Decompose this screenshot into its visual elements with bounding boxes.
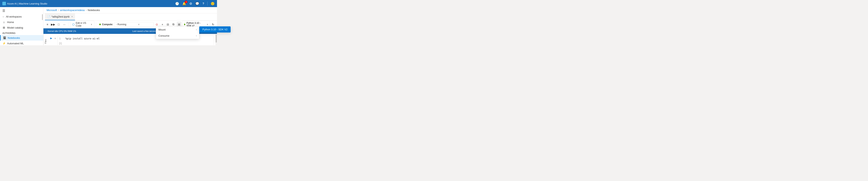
model-catalog-icon: ⊞ xyxy=(2,26,5,29)
notification-badge: 3 xyxy=(185,1,187,3)
sidebar-item-notebooks[interactable]: 📓 Notebooks xyxy=(0,35,43,41)
compute-section: Compute: - Running ∨ xyxy=(99,22,154,27)
back-label: All workspaces xyxy=(6,15,22,18)
compute-value: - Running xyxy=(116,23,126,26)
back-arrow-icon: ← xyxy=(2,15,5,18)
sidebar-toggle-button[interactable]: ☰ xyxy=(0,7,43,14)
stop-button[interactable]: □ xyxy=(56,22,61,27)
stop-icon: □ xyxy=(58,23,59,26)
compute-dropdown[interactable]: - Running ∨ xyxy=(114,22,154,27)
kernel-icon: ⊞ xyxy=(178,23,180,26)
submenu-option-label[interactable]: Python 3.10 - SDK V2 xyxy=(203,28,217,31)
breadcrumb-chevron-2: › xyxy=(86,9,86,11)
tab-bar: 📄 *adlsg2test.ipynb × xyxy=(43,13,217,21)
notebook-file-icon: 📄 xyxy=(48,15,50,18)
hamburger-icon: ☰ xyxy=(2,9,5,12)
sidebar-item-automated-ml[interactable]: ⚡ Automated ML xyxy=(0,41,43,45)
mount-menu-item[interactable]: Mount › xyxy=(156,27,199,33)
exec-time-1: 3 sec xyxy=(62,45,67,45)
cell-code-1[interactable]: %pip install azure-ai-ml xyxy=(65,37,100,40)
menu-icon: ≡ xyxy=(46,23,48,26)
vertical-scrollbar[interactable] xyxy=(215,34,217,45)
notebooks-icon: 📓 xyxy=(3,36,6,39)
menu-button[interactable]: ≡ xyxy=(45,22,50,27)
exec-info-1: ✓ 3 sec xyxy=(59,45,212,45)
kernel-dropdown-menu: Mount › Consume › xyxy=(156,26,199,39)
refresh-icon: ↻ xyxy=(212,23,214,26)
more-icon: ··· xyxy=(63,23,65,26)
notifications-button[interactable]: 🔔 3 xyxy=(182,2,186,5)
header-left: Azure AI | Machine Learning Studio xyxy=(2,2,48,5)
sidebar-scrollbar-thumb xyxy=(42,14,43,20)
breadcrumb-chevron-1: › xyxy=(58,9,59,11)
settings-button[interactable]: ⚙ xyxy=(189,2,192,5)
copy-icon: ⧉ xyxy=(173,23,175,26)
breadcrumb-workspace[interactable]: amlworkspacemidesa xyxy=(60,9,85,12)
cell-controls-1: ▶ ∨ xyxy=(49,36,57,40)
feedback-icon: 💬 xyxy=(195,2,199,5)
edit-vscode-chevron-icon: ∨ xyxy=(91,23,92,26)
home-icon: ⌂ xyxy=(2,21,5,24)
feedback-button[interactable]: 💬 xyxy=(195,2,199,5)
back-to-workspaces-button[interactable]: ← All workspaces xyxy=(0,14,43,19)
help-button[interactable]: ? xyxy=(203,2,204,5)
user-avatar[interactable]: 🙂 xyxy=(211,2,215,5)
mount-submenu-chevron-icon: › xyxy=(196,29,197,31)
edit-vscode-label: Edit in VS Code xyxy=(76,22,90,27)
stop-run-icon: ⊙ xyxy=(156,23,158,26)
breadcrumb-current: Notebooks xyxy=(88,9,100,12)
add-cell-icon: + xyxy=(161,23,163,26)
azure-icon xyxy=(2,2,6,5)
compute-label: Compute: xyxy=(102,23,113,26)
sidebar-item-home[interactable]: ⌂ Home xyxy=(0,19,43,25)
consume-menu-item[interactable]: Consume › xyxy=(156,33,199,39)
content-area: Microsoft › amlworkspacemidesa › Noteboo… xyxy=(43,7,217,45)
kernel-status-text: · Kernel idle CPU 0% RAM 1% xyxy=(46,30,76,32)
vscode-icon: ⬡ xyxy=(72,23,74,26)
automated-ml-icon: ⚡ xyxy=(2,42,5,45)
split-icon: ⊟ xyxy=(167,23,169,26)
kernel-dropdown-chevron-icon: ∨ xyxy=(207,23,208,26)
files-panel-label: Files xyxy=(43,34,48,45)
cell-output-1: [1] ✓ 3 sec xyxy=(58,41,214,45)
history-button[interactable]: 🕐 xyxy=(175,2,179,5)
sidebar-item-model-catalog[interactable]: ⊞ Model catalog xyxy=(0,25,43,30)
scrollbar-thumb xyxy=(216,35,217,42)
sidebar: ☰ ← All workspaces ⌂ Home ⊞ Model catalo… xyxy=(0,7,43,45)
header-divider xyxy=(207,2,208,5)
cell-expand-button[interactable]: ∨ xyxy=(54,36,57,40)
edit-vscode-button[interactable]: ⬡ Edit in VS Code ∨ xyxy=(70,21,94,28)
history-icon: 🕐 xyxy=(175,2,179,5)
mount-label: Mount xyxy=(158,28,165,31)
run-cell-button[interactable]: ▶ xyxy=(49,36,53,40)
tab-label: *adlsg2test.ipynb xyxy=(52,15,69,18)
sidebar-item-automated-ml-label: Automated ML xyxy=(7,42,24,45)
kernel-status-dot xyxy=(184,24,185,25)
mount-submenu: Python 3.10 - SDK V2 xyxy=(199,26,217,33)
run-all-icon: ▶▶ xyxy=(51,23,55,26)
header-bar: Azure AI | Machine Learning Studio 🕐 🔔 3… xyxy=(0,0,217,7)
app-title: Azure AI | Machine Learning Studio xyxy=(7,2,48,5)
smiley-icon: 🙂 xyxy=(211,2,215,5)
main-layout: ☰ ← All workspaces ⌂ Home ⊞ Model catalo… xyxy=(0,7,217,45)
app-logo: Azure AI | Machine Learning Studio xyxy=(2,2,48,5)
tab-close-button[interactable]: × xyxy=(71,15,72,18)
breadcrumb-microsoft[interactable]: Microsoft xyxy=(46,9,57,12)
sidebar-item-model-catalog-label: Model catalog xyxy=(7,26,23,29)
sidebar-scroll-area: ← All workspaces ⌂ Home ⊞ Model catalog … xyxy=(0,14,43,45)
line-number-1: 1 xyxy=(59,37,62,40)
compute-status-dot xyxy=(99,24,101,25)
notebook-tab[interactable]: 📄 *adlsg2test.ipynb × xyxy=(45,13,75,20)
more-options-button[interactable]: ··· xyxy=(62,22,67,27)
breadcrumb: Microsoft › amlworkspacemidesa › Noteboo… xyxy=(43,7,217,13)
check-icon: ✓ xyxy=(59,45,61,45)
consume-label: Consume xyxy=(158,34,169,37)
sidebar-item-notebooks-label: Notebooks xyxy=(8,36,20,39)
gear-icon: ⚙ xyxy=(189,2,192,5)
header-right: 🕐 🔔 3 ⚙ 💬 ? 🙂 xyxy=(175,2,215,5)
compute-dropdown-chevron-icon: ∨ xyxy=(138,23,140,26)
run-all-button[interactable]: ▶▶ xyxy=(51,22,56,27)
consume-submenu-chevron-icon: › xyxy=(196,35,197,37)
exec-count-label: [1] xyxy=(59,42,62,45)
help-icon: ? xyxy=(203,2,204,5)
